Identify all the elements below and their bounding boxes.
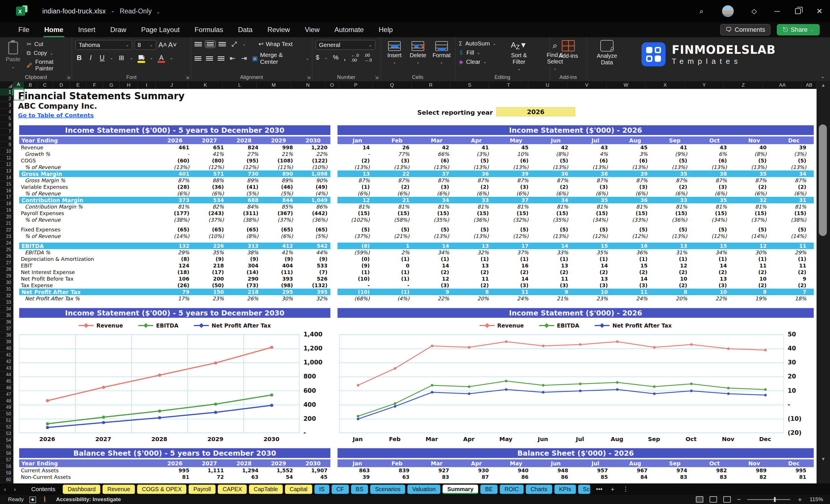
row-header-30[interactable]: 30 [0,280,13,286]
value-cell[interactable]: (2) [655,269,695,275]
value-cell[interactable]: 1,111 [192,467,227,473]
chart-left-plot[interactable] [19,335,299,433]
value-cell[interactable]: (4%) [377,295,417,302]
value-cell[interactable]: (13%) [536,233,576,239]
table-header-cell[interactable]: Mar [417,137,457,144]
row-header-47[interactable]: 47 [0,391,13,398]
value-cell[interactable]: 41% [261,249,296,255]
table-header-cell[interactable]: Aug [615,460,655,467]
wrap-text-button[interactable]: ↩Wrap Text [259,41,293,48]
value-cell[interactable]: 86 [536,474,576,480]
value-cell[interactable]: 890 [261,171,296,177]
value-cell[interactable]: (12%) [576,233,615,239]
value-cell[interactable]: 14 [695,262,734,269]
value-cell[interactable]: (2) [536,269,576,275]
row-label[interactable]: Contribution Margin % [19,203,158,210]
value-cell[interactable]: 81% [734,204,774,210]
value-cell[interactable]: (5%) [296,233,330,239]
value-cell[interactable]: (1) [377,289,417,295]
value-cell[interactable]: 26 [377,145,417,151]
table-header-cell[interactable]: Sep [655,137,695,144]
value-cell[interactable]: 542 [296,243,330,249]
table-header-cell[interactable]: 2030 [296,137,330,144]
value-cell[interactable]: 84% [227,204,261,210]
value-cell[interactable]: (15) [655,210,695,216]
value-cell[interactable]: (73) [227,282,261,288]
value-cell[interactable]: - [377,282,417,288]
row-header-9[interactable]: 9 [0,141,13,148]
value-cell[interactable]: 10 [734,276,774,282]
value-cell[interactable]: (2) [615,269,655,275]
value-cell[interactable]: (3) [615,282,655,288]
column-header-Y[interactable]: Y [685,82,724,89]
row-header-51[interactable]: 51 [0,417,13,424]
value-cell[interactable]: 1,049 [296,197,330,203]
value-cell[interactable]: 39 [496,171,536,177]
value-cell[interactable]: (26) [158,282,192,288]
value-cell[interactable]: 948 [536,467,576,473]
value-cell[interactable]: (1) [377,269,417,275]
value-cell[interactable]: (3) [377,158,417,164]
value-cell[interactable]: (38%) [158,217,192,223]
value-cell[interactable]: 12 [734,243,774,249]
value-cell[interactable]: 35 [695,197,734,203]
column-header-J[interactable]: J [156,82,188,89]
value-cell[interactable]: (5) [615,226,655,232]
zoom-slider[interactable] [747,499,790,500]
value-cell[interactable]: (2) [456,184,496,190]
value-cell[interactable]: 14 [576,262,615,269]
row-header-46[interactable]: 46 [0,385,13,391]
value-cell[interactable]: 21 [377,197,417,203]
value-cell[interactable]: (6%) [655,190,695,196]
value-cell[interactable]: (2) [655,184,695,190]
value-cell[interactable]: 41 [456,145,496,151]
row-label[interactable]: Contribution Margin [19,197,158,203]
sheet-tab-is[interactable]: IS [314,484,329,494]
row-header-40[interactable]: 40 [0,345,13,352]
value-cell[interactable]: (13%) [456,233,496,239]
value-cell[interactable]: 982 [695,467,734,473]
value-cell[interactable]: (13%) [496,164,536,170]
comma-format-button[interactable]: , [344,53,346,62]
value-cell[interactable]: (1) [655,256,695,262]
value-cell[interactable]: 395 [296,289,330,295]
value-cell[interactable]: (2) [496,269,536,275]
value-cell[interactable]: (6%) [576,190,615,196]
row-header-24[interactable]: 24 [0,240,13,247]
value-cell[interactable]: 43 [695,145,734,151]
value-cell[interactable]: (15) [576,210,615,216]
value-cell[interactable]: 927 [417,467,457,473]
value-cell[interactable]: 38 [695,171,734,177]
row-label[interactable]: Net Profit After Tax % [19,295,158,302]
value-cell[interactable]: 39 [615,171,655,177]
ribbon-tab-automate[interactable]: Automate [327,24,371,36]
ribbon-tab-data[interactable]: Data [230,24,260,36]
row-label[interactable]: Growth % [19,151,158,157]
value-cell[interactable]: (17) [192,269,227,275]
value-cell[interactable]: 82% [192,204,227,210]
row-header-55[interactable]: 55 [0,444,13,450]
row-header-11[interactable]: 11 [0,155,13,161]
value-cell[interactable]: (6%) [456,190,496,196]
row-header-43[interactable]: 43 [0,365,13,372]
value-cell[interactable]: 14 [615,276,655,282]
value-cell[interactable]: 90% [296,177,330,183]
row-header-2[interactable]: 2 [0,96,13,102]
row-label[interactable]: Payroll Expenses [19,210,158,217]
value-cell[interactable]: 81% [695,204,734,210]
value-cell[interactable]: (5) [695,226,734,232]
value-cell[interactable]: 45 [615,145,655,151]
value-cell[interactable]: (36%) [655,217,695,223]
value-cell[interactable]: (1) [377,256,417,262]
format-cells-button[interactable]: Format⌄ [431,41,452,64]
row-label[interactable]: EBIT [19,262,158,269]
value-cell[interactable]: 86% [296,204,330,210]
value-cell[interactable]: 393 [261,276,296,282]
value-cell[interactable]: 11 [774,262,814,269]
column-header-E[interactable]: E [70,82,86,89]
value-cell[interactable]: (5) [496,226,536,232]
row-header-50[interactable]: 50 [0,411,13,417]
value-cell[interactable]: 3% [615,151,655,157]
value-cell[interactable]: 43 [576,145,615,151]
value-cell[interactable]: 66% [417,151,457,157]
